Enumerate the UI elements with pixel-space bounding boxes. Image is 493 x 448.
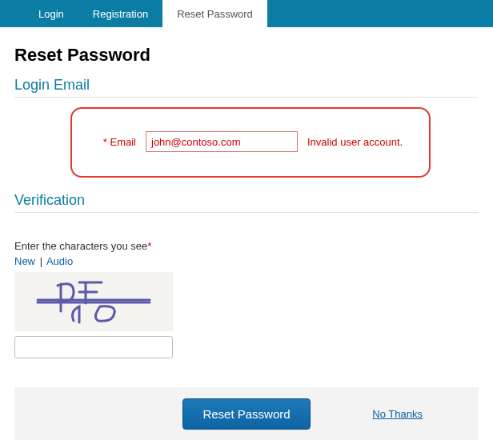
email-field[interactable] xyxy=(146,131,298,152)
page-title: Reset Password xyxy=(14,45,479,66)
reset-password-button[interactable]: Reset Password xyxy=(182,398,310,430)
tab-login[interactable]: Login xyxy=(24,0,78,27)
email-error-callout: * Email Invalid user account. xyxy=(70,107,431,178)
captcha-links: New | Audio xyxy=(14,255,479,267)
section-login-email: Login Email xyxy=(14,77,479,98)
tab-reset-password[interactable]: Reset Password xyxy=(162,0,267,27)
captcha-new-link[interactable]: New xyxy=(14,255,35,267)
captcha-image xyxy=(14,272,173,331)
captcha-input[interactable] xyxy=(14,336,173,358)
separator: | xyxy=(40,255,42,267)
top-nav: Login Registration Reset Password xyxy=(0,0,493,27)
captcha-prompt: Enter the characters you see* xyxy=(14,240,479,252)
email-label: * Email xyxy=(88,136,136,148)
captcha-audio-link[interactable]: Audio xyxy=(46,255,73,267)
actions-bar: Reset Password No Thanks xyxy=(14,387,479,440)
section-verification: Verification xyxy=(14,192,479,213)
no-thanks-link[interactable]: No Thanks xyxy=(372,408,423,420)
email-error-message: Invalid user account. xyxy=(307,136,403,148)
tab-registration[interactable]: Registration xyxy=(78,0,162,27)
